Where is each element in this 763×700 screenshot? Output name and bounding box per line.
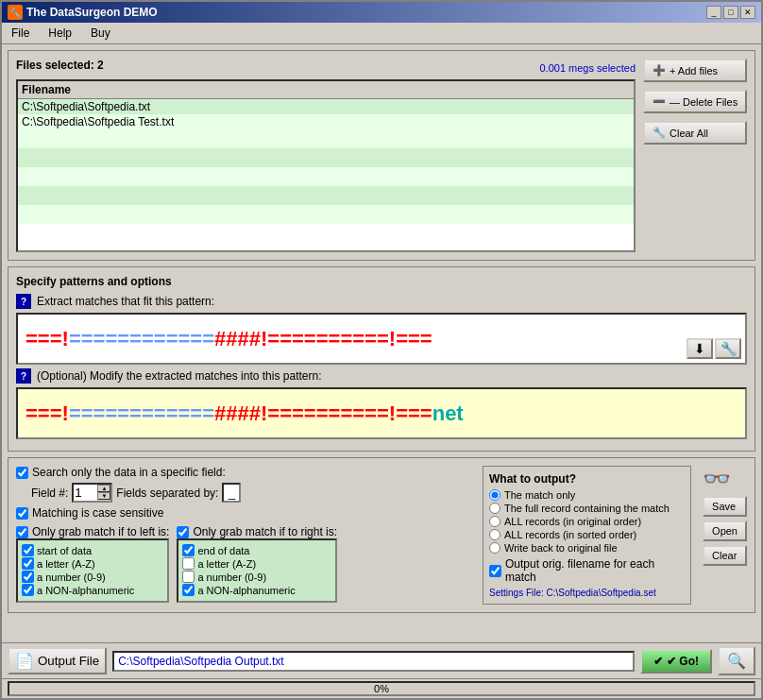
pattern1-input[interactable]: === ! ============ #### ! ========== ! =…: [16, 313, 747, 365]
search-button[interactable]: 🔍: [718, 646, 755, 675]
pattern2-excl1: !: [62, 401, 69, 426]
grab-left-start-checkbox[interactable]: [22, 544, 34, 556]
pattern2-extra: net: [432, 401, 464, 426]
grab-right-checkbox[interactable]: [177, 526, 189, 538]
file-list-container: Filename C:\Softpedia\Softpedia.txt C:\S…: [16, 79, 636, 252]
pattern1-down-button[interactable]: ⬇: [687, 338, 713, 359]
files-right: ➕ + Add files ➖ — Delete Files 🔧 Clear A…: [643, 59, 747, 252]
patterns-panel: Specify patterns and options ? Extract m…: [8, 266, 755, 452]
pattern1-edit-button[interactable]: 🔧: [715, 338, 741, 359]
grab-right-item-1: a letter (A-Z): [182, 557, 331, 570]
go-button-label: ✔ Go!: [667, 655, 699, 668]
close-button[interactable]: ✕: [740, 6, 755, 19]
output-what-panel: What to output? The match only The full …: [483, 466, 691, 605]
output-radio-4[interactable]: [489, 542, 500, 554]
file-row[interactable]: C:\Softpedia\Softpedia.txt: [18, 99, 634, 114]
open-button[interactable]: Open: [703, 521, 747, 541]
pattern2-eq1: ===: [25, 401, 62, 426]
grab-left-item-1: a letter (A-Z): [22, 557, 163, 570]
case-sensitive-row: Matching is case sensitive: [16, 506, 475, 520]
output-radio-0[interactable]: [489, 489, 500, 501]
settings-row: Settings File: C:\Softpedia\Softpedia.se…: [489, 588, 685, 598]
file-list-header: Filename: [18, 81, 634, 99]
field-num-row: Field #: ▲ ▼ Fields separated by:: [31, 483, 475, 503]
output-option-4: Write back to original file: [489, 542, 685, 554]
go-checkmark-icon: ✔: [653, 655, 663, 668]
pattern2-eq2: ==========: [267, 401, 388, 426]
grab-left-letter-checkbox[interactable]: [22, 557, 34, 570]
pattern1-row: ? Extract matches that fit this pattern:: [16, 294, 747, 309]
clear-button[interactable]: Clear: [703, 545, 747, 566]
file-row: [18, 167, 634, 186]
megs-selected-label: 0.001 megs selected: [539, 62, 636, 74]
grab-left-number-checkbox[interactable]: [22, 571, 34, 583]
field-sep-label: Fields separated by:: [116, 487, 218, 500]
output-file-icon: 📄: [15, 652, 34, 670]
minimize-button[interactable]: _: [706, 6, 721, 19]
file-list-body: C:\Softpedia\Softpedia.txt C:\Softpedia\…: [18, 99, 634, 250]
maximize-button[interactable]: □: [723, 6, 738, 19]
output-file-label-text: Output File: [38, 654, 99, 668]
grab-left-item-0: start of data: [22, 544, 163, 556]
pattern1-text: === ! ============ #### ! ========== ! =…: [25, 327, 432, 351]
menu-bar: File Help Buy: [2, 23, 761, 44]
pattern2-input[interactable]: === ! ============ #### ! ========== ! =…: [16, 387, 747, 439]
field-num-label: Field #:: [31, 487, 68, 500]
field-num-up-button[interactable]: ▲: [97, 485, 110, 492]
grab-right-wrapper: Only grab match if to right is: end of d…: [177, 525, 337, 603]
orig-filename-checkbox[interactable]: [489, 565, 501, 577]
output-file-button[interactable]: 📄 Output File: [8, 647, 107, 674]
clear-all-button[interactable]: 🔧 Clear All: [643, 121, 747, 145]
pattern1-excl2: !: [261, 327, 267, 351]
pattern1-dashes: ============: [69, 327, 214, 351]
pattern1-hash: ####: [214, 327, 261, 351]
grab-left-checkbox[interactable]: [16, 526, 28, 538]
case-sensitive-checkbox[interactable]: [16, 507, 28, 520]
pattern1-icons: ⬇ 🔧: [687, 338, 741, 359]
output-right: What to output? The match only The full …: [483, 466, 747, 605]
pattern1-help-button[interactable]: ?: [16, 294, 31, 309]
pattern2-excl2: !: [261, 401, 267, 426]
pattern1-label: Extract matches that fit this pattern:: [37, 295, 214, 308]
output-option-3: ALL records (in sorted order): [489, 529, 685, 540]
file-row: [18, 148, 634, 167]
add-files-button[interactable]: ➕ + Add files: [643, 59, 747, 82]
glasses-icon: 👓: [703, 466, 747, 492]
options-left: Search only the data in a specific field…: [16, 466, 475, 605]
grab-right-title: Only grab match if to right is:: [193, 525, 337, 538]
grab-right-letter-checkbox[interactable]: [182, 557, 195, 570]
files-header: Files selected: 2 0.001 megs selected: [16, 59, 636, 77]
output-action-area: 👓 Save Open Clear: [695, 466, 747, 605]
pattern2-eq3: ===: [396, 401, 432, 426]
grab-right-number-checkbox[interactable]: [182, 571, 195, 583]
file-row[interactable]: C:\Softpedia\Softpedia Test.txt: [18, 114, 634, 129]
menu-buy[interactable]: Buy: [85, 25, 116, 42]
pattern1-eq3: ===: [396, 327, 432, 351]
menu-file[interactable]: File: [6, 25, 35, 42]
grab-left-wrapper: Only grab match if to left is: start of …: [16, 525, 169, 603]
delete-files-button[interactable]: ➖ — Delete Files: [643, 90, 747, 113]
output-radio-2[interactable]: [489, 516, 500, 527]
grab-right-panel: end of data a letter (A-Z) a number (0-9…: [177, 538, 337, 603]
output-path-input[interactable]: [112, 651, 635, 672]
search-field-row: Search only the data in a specific field…: [16, 466, 475, 479]
output-radio-3[interactable]: [489, 529, 500, 540]
pattern2-text: === ! ============ #### ! ========== ! =…: [25, 401, 464, 426]
field-sep-input[interactable]: [222, 483, 241, 503]
pattern2-help-button[interactable]: ?: [16, 368, 31, 384]
search-field-checkbox[interactable]: [16, 467, 28, 479]
grab-right-end-checkbox[interactable]: [182, 544, 195, 556]
menu-help[interactable]: Help: [42, 25, 77, 42]
grab-right-non-alpha-checkbox[interactable]: [182, 584, 195, 596]
field-num-down-button[interactable]: ▼: [97, 492, 110, 500]
patterns-panel-title: Specify patterns and options: [16, 275, 747, 288]
options-output-inner: Search only the data in a specific field…: [16, 466, 747, 605]
grab-left-non-alpha-checkbox[interactable]: [22, 584, 34, 596]
pattern2-excl3: !: [389, 401, 396, 426]
save-button[interactable]: Save: [703, 496, 747, 517]
output-radio-1[interactable]: [489, 503, 500, 514]
grab-right-title-row: Only grab match if to right is:: [177, 525, 337, 538]
go-button[interactable]: ✔ ✔ Go!: [640, 649, 712, 674]
grab-left-item-2: a number (0-9): [22, 571, 163, 583]
field-num-input[interactable]: [74, 485, 97, 501]
